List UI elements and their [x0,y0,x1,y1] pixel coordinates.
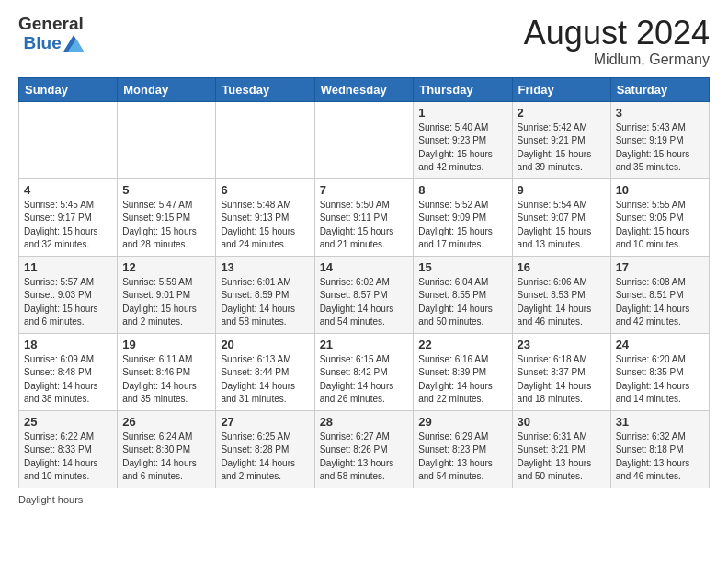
day-number: 4 [24,183,112,197]
day-number: 19 [122,338,210,351]
day-number: 29 [418,415,506,429]
day-number: 8 [418,183,506,197]
weekday-header-sunday: Sunday [19,77,118,101]
weekday-header-tuesday: Tuesday [216,77,314,101]
calendar-table: SundayMondayTuesdayWednesdayThursdayFrid… [18,77,710,488]
day-info: Sunrise: 5:54 AM Sunset: 9:07 PM Dayligh… [518,199,606,252]
calendar-cell: 5Sunrise: 5:47 AM Sunset: 9:15 PM Daylig… [118,178,216,256]
day-info: Sunrise: 5:42 AM Sunset: 9:21 PM Dayligh… [518,121,606,175]
calendar-cell [118,101,216,178]
calendar-cell: 6Sunrise: 5:48 AM Sunset: 9:13 PM Daylig… [216,178,314,256]
daylight-label: Daylight hours [18,494,83,505]
logo-blue: Blue [24,34,62,53]
calendar-cell: 15Sunrise: 6:04 AM Sunset: 8:55 PM Dayli… [414,256,512,333]
day-number: 24 [616,338,704,351]
calendar-cell: 13Sunrise: 6:01 AM Sunset: 8:59 PM Dayli… [216,256,314,333]
day-number: 5 [122,183,210,197]
calendar-cell: 22Sunrise: 6:16 AM Sunset: 8:39 PM Dayli… [414,333,512,410]
day-number: 20 [221,338,309,351]
calendar-cell: 19Sunrise: 6:11 AM Sunset: 8:46 PM Dayli… [118,333,216,410]
calendar-cell: 25Sunrise: 6:22 AM Sunset: 8:33 PM Dayli… [19,410,118,488]
day-info: Sunrise: 6:04 AM Sunset: 8:55 PM Dayligh… [418,276,506,329]
month-title: August 2024 [524,15,710,52]
calendar-cell: 29Sunrise: 6:29 AM Sunset: 8:23 PM Dayli… [414,410,512,488]
day-info: Sunrise: 6:20 AM Sunset: 8:35 PM Dayligh… [616,353,704,407]
calendar-cell: 3Sunrise: 5:43 AM Sunset: 9:19 PM Daylig… [610,101,709,178]
day-number: 31 [616,415,704,429]
day-info: Sunrise: 6:01 AM Sunset: 8:59 PM Dayligh… [221,276,309,329]
day-info: Sunrise: 6:31 AM Sunset: 8:21 PM Dayligh… [518,431,606,484]
calendar-cell: 17Sunrise: 6:08 AM Sunset: 8:51 PM Dayli… [610,256,709,333]
day-info: Sunrise: 5:59 AM Sunset: 9:01 PM Dayligh… [122,276,210,329]
day-info: Sunrise: 6:24 AM Sunset: 8:30 PM Dayligh… [122,431,210,484]
day-info: Sunrise: 6:13 AM Sunset: 8:44 PM Dayligh… [221,353,309,407]
day-info: Sunrise: 5:52 AM Sunset: 9:09 PM Dayligh… [418,199,506,252]
day-info: Sunrise: 5:48 AM Sunset: 9:13 PM Dayligh… [221,199,309,252]
weekday-header-saturday: Saturday [610,77,709,101]
day-info: Sunrise: 6:16 AM Sunset: 8:39 PM Dayligh… [418,353,506,407]
title-area: August 2024 Midlum, Germany [524,15,710,68]
day-info: Sunrise: 6:11 AM Sunset: 8:46 PM Dayligh… [122,353,210,407]
week-row-3: 18Sunrise: 6:09 AM Sunset: 8:48 PM Dayli… [19,333,710,410]
calendar-cell: 18Sunrise: 6:09 AM Sunset: 8:48 PM Dayli… [19,333,118,410]
day-number: 27 [221,415,309,429]
header: General Blue August 2024 Midlum, Germany [18,15,710,68]
day-number: 25 [24,415,112,429]
day-number: 22 [418,338,506,351]
day-info: Sunrise: 5:50 AM Sunset: 9:11 PM Dayligh… [320,199,409,252]
calendar-cell: 31Sunrise: 6:32 AM Sunset: 8:18 PM Dayli… [610,410,709,488]
day-number: 17 [616,260,704,274]
logo-icon [63,35,84,52]
calendar-header-row: SundayMondayTuesdayWednesdayThursdayFrid… [19,77,710,101]
weekday-header-wednesday: Wednesday [314,77,414,101]
calendar-cell: 8Sunrise: 5:52 AM Sunset: 9:09 PM Daylig… [414,178,512,256]
calendar-cell: 26Sunrise: 6:24 AM Sunset: 8:30 PM Dayli… [118,410,216,488]
footer: Daylight hours [18,494,710,505]
weekday-header-thursday: Thursday [414,77,512,101]
calendar-cell: 9Sunrise: 5:54 AM Sunset: 9:07 PM Daylig… [512,178,610,256]
day-number: 12 [122,260,210,274]
day-info: Sunrise: 6:32 AM Sunset: 8:18 PM Dayligh… [616,431,704,484]
calendar-cell: 24Sunrise: 6:20 AM Sunset: 8:35 PM Dayli… [610,333,709,410]
day-info: Sunrise: 5:57 AM Sunset: 9:03 PM Dayligh… [24,276,112,329]
calendar-cell: 21Sunrise: 6:15 AM Sunset: 8:42 PM Dayli… [314,333,414,410]
day-number: 15 [418,260,506,274]
weekday-header-monday: Monday [118,77,216,101]
location: Midlum, Germany [524,52,710,68]
calendar-cell [19,101,118,178]
calendar-cell: 12Sunrise: 5:59 AM Sunset: 9:01 PM Dayli… [118,256,216,333]
day-number: 10 [616,183,704,197]
calendar-cell [216,101,314,178]
day-number: 1 [418,106,506,120]
logo: General Blue [18,15,84,53]
day-info: Sunrise: 5:55 AM Sunset: 9:05 PM Dayligh… [616,199,704,252]
day-info: Sunrise: 6:08 AM Sunset: 8:51 PM Dayligh… [616,276,704,329]
day-info: Sunrise: 6:29 AM Sunset: 8:23 PM Dayligh… [418,431,506,484]
day-info: Sunrise: 5:45 AM Sunset: 9:17 PM Dayligh… [24,199,112,252]
calendar-cell: 16Sunrise: 6:06 AM Sunset: 8:53 PM Dayli… [512,256,610,333]
calendar-cell: 30Sunrise: 6:31 AM Sunset: 8:21 PM Dayli… [512,410,610,488]
day-info: Sunrise: 5:40 AM Sunset: 9:23 PM Dayligh… [418,121,506,175]
day-info: Sunrise: 5:43 AM Sunset: 9:19 PM Dayligh… [616,121,704,175]
day-info: Sunrise: 6:15 AM Sunset: 8:42 PM Dayligh… [320,353,409,407]
calendar-cell: 7Sunrise: 5:50 AM Sunset: 9:11 PM Daylig… [314,178,414,256]
day-number: 6 [221,183,309,197]
day-info: Sunrise: 6:22 AM Sunset: 8:33 PM Dayligh… [24,431,112,484]
day-info: Sunrise: 5:47 AM Sunset: 9:15 PM Dayligh… [122,199,210,252]
day-info: Sunrise: 6:02 AM Sunset: 8:57 PM Dayligh… [320,276,409,329]
calendar-cell: 4Sunrise: 5:45 AM Sunset: 9:17 PM Daylig… [19,178,118,256]
calendar-cell [314,101,414,178]
calendar-cell: 27Sunrise: 6:25 AM Sunset: 8:28 PM Dayli… [216,410,314,488]
day-number: 28 [320,415,409,429]
calendar-cell: 2Sunrise: 5:42 AM Sunset: 9:21 PM Daylig… [512,101,610,178]
day-number: 3 [616,106,704,120]
day-number: 18 [24,338,112,351]
day-number: 14 [320,260,409,274]
calendar-cell: 10Sunrise: 5:55 AM Sunset: 9:05 PM Dayli… [610,178,709,256]
logo-general: General [18,15,84,34]
week-row-1: 4Sunrise: 5:45 AM Sunset: 9:17 PM Daylig… [19,178,710,256]
calendar-cell: 11Sunrise: 5:57 AM Sunset: 9:03 PM Dayli… [19,256,118,333]
day-info: Sunrise: 6:09 AM Sunset: 8:48 PM Dayligh… [24,353,112,407]
page: General Blue August 2024 Midlum, Germany… [0,0,728,514]
calendar-cell: 23Sunrise: 6:18 AM Sunset: 8:37 PM Dayli… [512,333,610,410]
